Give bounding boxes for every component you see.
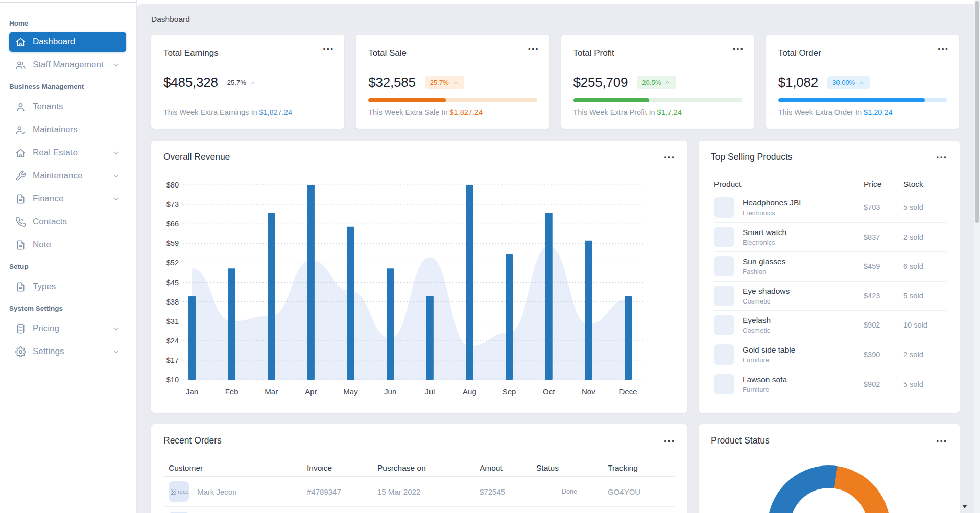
- page-scrollbar[interactable]: [974, 0, 980, 513]
- progress-fill: [368, 98, 446, 102]
- sidebar-item-label: Settings: [33, 346, 64, 357]
- product-row[interactable]: Lawson sofaFurniture$9025 sold: [714, 369, 947, 399]
- avatar-alt-text: rece: [178, 488, 188, 495]
- ellipsis-menu-button[interactable]: ⋯: [936, 438, 947, 444]
- sidebar-item-label: Note: [33, 240, 51, 250]
- y-tick-label: $10: [166, 376, 179, 384]
- product-row[interactable]: Gold side tableFurniture$3902 sold: [714, 340, 947, 370]
- sidebar-section-heading: Business Management: [0, 83, 136, 90]
- x-tick-label: Mar: [265, 387, 278, 396]
- donut-hole: [790, 488, 868, 513]
- stat-value: $32,585: [368, 75, 416, 90]
- ellipsis-menu-button[interactable]: ⋯: [322, 46, 334, 51]
- ellipsis-icon: ⋯: [937, 42, 949, 55]
- product-thumbnail: [714, 374, 734, 394]
- sidebar-item-real-estate[interactable]: Real Estate: [0, 142, 136, 165]
- customer-name: Mark Jecon: [197, 487, 237, 496]
- bar-sep: [506, 254, 513, 380]
- product-price: $390: [864, 351, 903, 359]
- scroll-down-icon: [962, 505, 967, 508]
- chevron-up-icon: [250, 79, 256, 86]
- sidebar-item-finance[interactable]: Finance: [0, 188, 136, 211]
- product-stock: 5 sold: [903, 380, 947, 388]
- chevron-down-icon: [112, 347, 120, 356]
- product-thumbnail: [714, 286, 734, 306]
- product-name: Smart watch: [743, 228, 786, 237]
- x-tick-label: Nov: [582, 387, 595, 396]
- x-tick-label: Feb: [225, 387, 238, 396]
- sidebar-item-staff-management[interactable]: Staff Management: [0, 54, 136, 77]
- product-price: $837: [864, 233, 903, 241]
- product-row[interactable]: Eye shadowsCosmetic$4235 sold: [714, 282, 947, 311]
- ellipsis-menu-button[interactable]: ⋯: [937, 46, 949, 51]
- stat-cards-row: Total Earnings⋯$485,32825.7%This Week Ex…: [151, 35, 959, 129]
- card-title: Recent Orders: [163, 435, 222, 446]
- product-price: $902: [864, 380, 903, 388]
- stat-value: $1,082: [778, 75, 818, 90]
- product-thumbnail: [714, 197, 734, 218]
- stat-footnote: This Week Extra Profit In$1,7.24: [573, 108, 682, 116]
- ellipsis-icon: ⋯: [528, 42, 539, 55]
- revenue-bar-chart: $10$17$24$31$38$45$52$59$66$73$80JanFebM…: [151, 141, 687, 413]
- x-tick-label: Sep: [503, 387, 516, 396]
- x-tick-label: May: [343, 387, 358, 396]
- stat-footnote: This Week Extra Earnings In$1,827.24: [163, 108, 292, 116]
- stat-card-total-sale: Total Sale⋯$32,58525.7%This Week Extra S…: [356, 35, 549, 129]
- column-purchase-on: Pusrchase on: [372, 463, 474, 473]
- ellipsis-menu-button[interactable]: ⋯: [528, 46, 539, 51]
- scrollbar-thumb[interactable]: [975, 1, 979, 223]
- product-row[interactable]: EyelashCosmetic$90210 sold: [714, 311, 947, 340]
- product-row[interactable]: Headphones JBLElectronics$7035 sold: [714, 193, 947, 223]
- percent-badge: 20.5%: [637, 76, 676, 89]
- product-price: $703: [864, 203, 903, 212]
- x-tick-label: Aug: [463, 387, 476, 396]
- sidebar-item-note[interactable]: Note: [0, 234, 136, 256]
- y-tick-label: $52: [166, 259, 179, 267]
- footnote-amount: $1,7.24: [657, 108, 682, 116]
- sidebar: HomeDashboardStaff ManagementBusiness Ma…: [0, 0, 137, 513]
- sidebar-item-contacts[interactable]: Contacts: [0, 211, 136, 234]
- product-name: Eyelash: [743, 316, 771, 325]
- ellipsis-menu-button[interactable]: ⋯: [663, 438, 675, 444]
- product-name: Gold side table: [743, 345, 795, 355]
- order-tracking: GO4YOU: [603, 487, 675, 496]
- file-text-icon: [15, 282, 26, 292]
- order-row[interactable]: receMark Jecon#478934715 Mar 2022$72545D…: [163, 477, 675, 507]
- phone-icon: [15, 217, 26, 227]
- progress-bar: [368, 98, 537, 102]
- ellipsis-menu-button[interactable]: ⋯: [936, 155, 947, 160]
- top-selling-products-card: Top Selling Products ⋯ Product Price Sto…: [699, 141, 960, 413]
- sidebar-section-heading: Setup: [0, 263, 136, 270]
- ellipsis-icon: ⋯: [663, 434, 675, 447]
- column-amount: Amout: [474, 463, 531, 473]
- stat-footnote: This Week Extra Order In$1,20.24: [778, 108, 893, 116]
- product-row[interactable]: Smart watchElectronics$8372 sold: [714, 223, 947, 252]
- sidebar-section-heading: Home: [0, 19, 136, 27]
- product-row[interactable]: Sun glassesFashion$4596 sold: [714, 252, 947, 282]
- sidebar-item-maintainers[interactable]: Maintainers: [0, 119, 136, 142]
- area-series: [192, 246, 628, 380]
- users-icon: [15, 60, 26, 71]
- sidebar-item-pricing[interactable]: Pricing: [0, 317, 136, 340]
- sidebar-item-types[interactable]: Types: [0, 275, 136, 298]
- order-amount: $72545: [474, 487, 531, 496]
- product-status-donut-chart: [768, 465, 890, 513]
- image-icon: [170, 488, 177, 495]
- card-title: Product Status: [711, 435, 770, 446]
- recent-orders-card: Recent Orders ⋯ Customer Invoice Pusrcha…: [151, 424, 687, 513]
- sidebar-item-dashboard[interactable]: Dashboard: [9, 32, 126, 52]
- chevron-down-icon: [112, 149, 120, 157]
- stat-card-total-earnings: Total Earnings⋯$485,32825.7%This Week Ex…: [151, 35, 344, 129]
- sidebar-item-maintenance[interactable]: Maintenance: [0, 165, 136, 188]
- bar-mar: [268, 213, 275, 380]
- product-name: Headphones JBL: [743, 198, 803, 207]
- column-stock: Stock: [903, 180, 947, 189]
- chevron-up-icon: [664, 79, 671, 86]
- sidebar-item-settings[interactable]: Settings: [0, 340, 136, 363]
- sidebar-item-label: Pricing: [33, 323, 59, 334]
- x-tick-label: Apr: [305, 387, 317, 396]
- product-category: Furniture: [743, 356, 795, 364]
- sidebar-item-label: Finance: [33, 194, 63, 204]
- ellipsis-menu-button[interactable]: ⋯: [732, 46, 744, 51]
- sidebar-item-tenants[interactable]: Tenants: [0, 96, 136, 119]
